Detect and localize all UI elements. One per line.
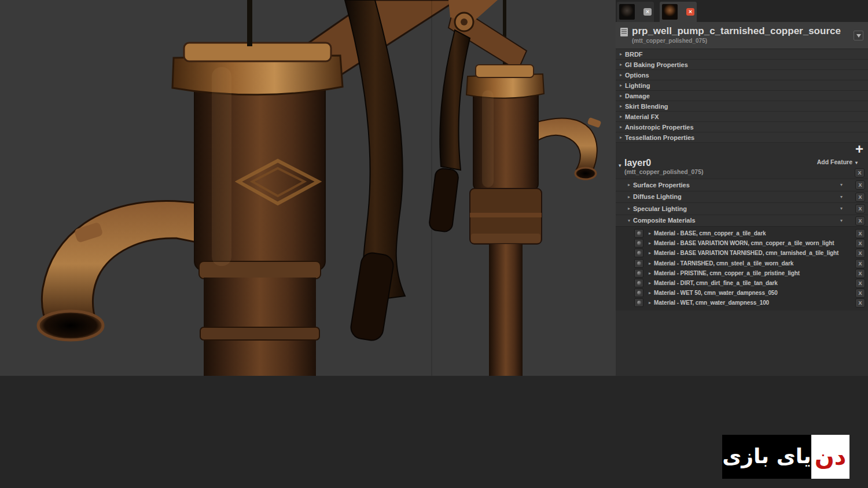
panel-header: prp_well_pump_c_tarnished_copper_source … xyxy=(616,22,868,49)
layer-feature-row[interactable]: ▾ Composite Materials ▾ X xyxy=(616,215,868,227)
property-section-row[interactable]: ▸ Material FX xyxy=(616,112,868,122)
layer-feature-row[interactable]: ▸ Specular Lighting ▾ X xyxy=(616,202,868,215)
caret-right-icon: ▸ xyxy=(649,250,651,256)
remove-feature-button[interactable]: X xyxy=(855,193,865,202)
material-tab[interactable]: ✕ xyxy=(617,2,654,22)
property-section-row[interactable]: ▸ Options xyxy=(616,70,868,80)
watermark-text-red: دن xyxy=(811,435,849,479)
pump-render-full xyxy=(429,0,602,376)
caret-right-icon: ▸ xyxy=(649,271,651,276)
close-tab-button[interactable]: ✕ xyxy=(686,8,694,16)
layer-feature-label: Composite Materials xyxy=(633,217,696,224)
remove-feature-button[interactable]: X xyxy=(855,180,865,190)
layer-feature-row[interactable]: ▸ Surface Properties ▾ X xyxy=(616,179,868,191)
property-section-label: Options xyxy=(625,72,649,79)
material-preview-icon[interactable] xyxy=(634,259,643,268)
material-row[interactable]: ▸ Material - BASE, cmn_copper_a_tile_dar… xyxy=(616,228,868,238)
remove-material-button[interactable]: X xyxy=(855,249,865,258)
caret-right-icon: ▸ xyxy=(649,280,651,286)
sphere-glyph xyxy=(637,301,641,305)
caret-right-icon: ▸ xyxy=(620,72,622,77)
remove-feature-button[interactable]: X xyxy=(855,216,865,225)
caret-right-icon: ▸ xyxy=(620,124,622,130)
material-properties-panel: ✕ ✕ prp_well_pump_c_tarnished_copper_sou… xyxy=(616,0,868,376)
material-preview-icon[interactable] xyxy=(634,289,643,297)
material-preview-icon[interactable] xyxy=(634,279,643,287)
remove-material-button[interactable]: X xyxy=(855,259,865,268)
material-row-label: Material - WET 50, cmn_water_dampness_05… xyxy=(654,290,778,296)
caret-icon: ▸ xyxy=(628,206,630,211)
chevron-down-icon[interactable]: ▾ xyxy=(840,218,843,223)
material-preview-icon[interactable] xyxy=(634,249,643,257)
remove-material-button[interactable]: X xyxy=(855,298,865,308)
remove-material-button[interactable]: X xyxy=(855,279,865,288)
property-section-row[interactable]: ▸ Lighting xyxy=(616,80,868,91)
material-tab[interactable]: ✕ xyxy=(660,2,697,22)
sphere-glyph xyxy=(637,251,641,255)
watermark-logo: دن یای بازی xyxy=(722,435,849,479)
property-section-row[interactable]: ▸ BRDF xyxy=(616,49,868,60)
property-section-label: Tessellation Properties xyxy=(625,134,694,141)
caret-right-icon: ▸ xyxy=(620,51,622,57)
material-preview-icon[interactable] xyxy=(634,239,643,247)
property-section-row[interactable]: ▸ Damage xyxy=(616,91,868,101)
sphere-glyph xyxy=(637,271,641,275)
material-row[interactable]: ▸ Material - TARNISHED, cmn_steel_a_tile… xyxy=(616,258,868,268)
property-section-row[interactable]: ▸ Skirt Blending xyxy=(616,101,868,112)
remove-layer-button[interactable]: X xyxy=(855,168,865,178)
close-tab-button[interactable]: ✕ xyxy=(643,8,652,16)
add-feature-label: Add Feature xyxy=(817,158,852,165)
property-section-row[interactable]: ▸ Tessellation Properties xyxy=(616,132,868,143)
material-row[interactable]: ▸ Material - WET, cmn_water_dampness_100… xyxy=(616,298,868,308)
material-preview-icon[interactable] xyxy=(634,298,643,307)
document-icon xyxy=(620,28,628,36)
remove-material-button[interactable]: X xyxy=(855,289,865,298)
panel-empty-area xyxy=(616,310,868,376)
property-section-label: Skirt Blending xyxy=(625,103,668,110)
remove-feature-button[interactable]: X xyxy=(855,204,865,213)
caret-right-icon: ▸ xyxy=(620,83,622,88)
layer-header: ▾ layer0 (mtt_copper_polished_075) Add F… xyxy=(616,157,868,179)
sphere-glyph xyxy=(637,261,641,265)
add-layer-row: + xyxy=(616,143,868,157)
property-section-label: Material FX xyxy=(625,113,659,120)
property-section-list: ▸ BRDF ▸ GI Baking Properties ▸ Options … xyxy=(616,49,868,143)
caret-right-icon: ▸ xyxy=(620,114,622,119)
caret-right-icon: ▸ xyxy=(620,103,622,109)
layer-feature-label: Specular Lighting xyxy=(633,205,687,212)
chevron-down-icon[interactable]: ▾ xyxy=(840,182,843,187)
watermark-text-white: یای بازی xyxy=(722,435,811,479)
composite-material-list: ▸ Material - BASE, cmn_copper_a_tile_dar… xyxy=(616,226,868,310)
sphere-glyph xyxy=(637,231,641,235)
material-row[interactable]: ▸ Material - BASE VARIATION WORN, cmn_co… xyxy=(616,238,868,248)
application-window: ✕ ✕ prp_well_pump_c_tarnished_copper_sou… xyxy=(0,0,868,488)
panel-title: prp_well_pump_c_tarnished_copper_source xyxy=(632,25,841,37)
caret-right-icon: ▸ xyxy=(649,261,651,266)
remove-material-button[interactable]: X xyxy=(855,229,865,238)
property-section-label: Damage xyxy=(625,93,650,99)
property-section-label: BRDF xyxy=(625,51,643,58)
property-section-row[interactable]: ▸ GI Baking Properties xyxy=(616,60,868,70)
remove-material-button[interactable]: X xyxy=(855,269,865,278)
filter-icon[interactable] xyxy=(854,31,863,40)
caret-right-icon: ▸ xyxy=(649,290,651,295)
layer-feature-list: ▸ Surface Properties ▾ X ▸ Diffuse Light… xyxy=(616,179,868,226)
layer-feature-row[interactable]: ▸ Diffuse Lighting ▾ X xyxy=(616,191,868,203)
property-section-row[interactable]: ▸ Anisotropic Properties xyxy=(616,122,868,132)
layer-feature-label: Diffuse Lighting xyxy=(633,193,682,200)
remove-material-button[interactable]: X xyxy=(855,239,865,248)
material-row[interactable]: ▸ Material - WET 50, cmn_water_dampness_… xyxy=(616,288,868,298)
caret-icon: ▾ xyxy=(628,218,630,223)
add-feature-dropdown[interactable]: Add Feature▾ xyxy=(817,158,858,165)
chevron-down-icon[interactable]: ▾ xyxy=(840,194,843,199)
material-preview-icon[interactable] xyxy=(634,229,643,238)
material-row-label: Material - BASE VARIATION WORN, cmn_copp… xyxy=(654,240,834,246)
caret-down-icon[interactable]: ▾ xyxy=(619,162,621,168)
material-row[interactable]: ▸ Material - PRISTINE, cmn_copper_a_tile… xyxy=(616,268,868,278)
chevron-down-icon[interactable]: ▾ xyxy=(840,206,843,211)
material-row[interactable]: ▸ Material - BASE VARIATION TARNISHED, c… xyxy=(616,248,868,258)
3d-viewport[interactable] xyxy=(0,0,616,376)
material-preview-icon[interactable] xyxy=(634,269,643,278)
add-layer-button[interactable]: + xyxy=(855,142,863,156)
material-row[interactable]: ▸ Material - DIRT, cmn_dirt_fine_a_tile_… xyxy=(616,278,868,288)
